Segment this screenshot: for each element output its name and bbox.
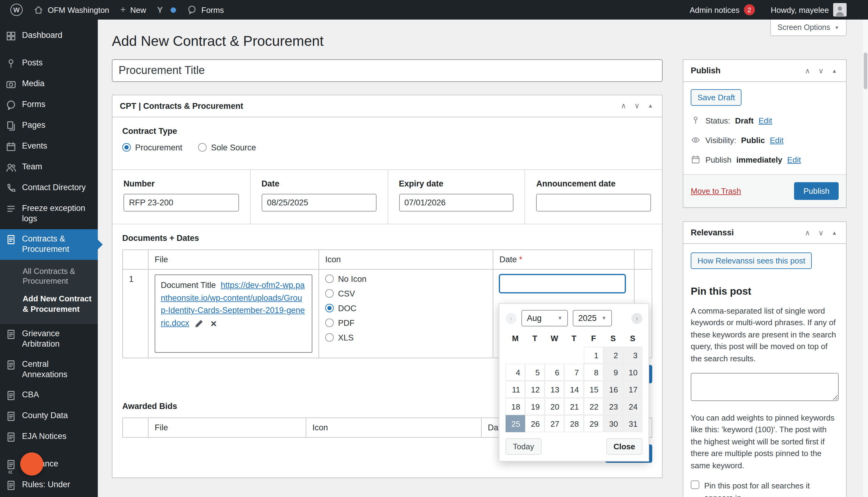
move-down-button[interactable]: ∨ xyxy=(630,99,644,113)
datepicker-day[interactable]: 1 xyxy=(584,346,603,364)
relevanssi-header[interactable]: Relevanssi ∧ ∨ ▲ xyxy=(683,222,846,244)
edit-visibility-link[interactable]: Edit xyxy=(770,136,784,145)
datepicker-day[interactable]: 30 xyxy=(603,415,623,432)
radio-doc[interactable]: DOC xyxy=(325,303,487,313)
checkbox-icon[interactable] xyxy=(691,481,699,489)
toggle-panel-button[interactable]: ▲ xyxy=(828,64,841,77)
datepicker-day[interactable]: 8 xyxy=(584,364,603,381)
collapse-menu-icon[interactable]: « xyxy=(8,466,13,476)
menu-item-cba[interactable]: CBA xyxy=(0,385,98,406)
radio-procurement[interactable]: Procurement xyxy=(122,143,183,152)
datepicker-day[interactable]: 23 xyxy=(603,398,623,415)
site-name-link[interactable]: OFM Washington xyxy=(28,0,115,19)
date-input[interactable] xyxy=(261,194,376,211)
datepicker-day[interactable]: 3 xyxy=(623,346,642,364)
datepicker-day[interactable]: 14 xyxy=(564,381,584,398)
move-up-button[interactable]: ∧ xyxy=(801,64,814,77)
datepicker-day[interactable]: 18 xyxy=(506,398,525,415)
datepicker-day-selected[interactable]: 25 xyxy=(506,415,525,432)
menu-item-county-data[interactable]: County Data xyxy=(0,406,98,426)
previous-month-button[interactable]: ‹ xyxy=(506,313,516,324)
month-select[interactable]: Aug▼ xyxy=(522,310,568,326)
save-draft-button[interactable]: Save Draft xyxy=(691,89,742,106)
year-select[interactable]: 2025▼ xyxy=(573,310,612,326)
datepicker-day[interactable]: 24 xyxy=(623,398,642,415)
expiry-date-input[interactable] xyxy=(399,194,514,211)
menu-item-contracts-procurement[interactable]: Contracts & Procurement xyxy=(0,229,98,260)
move-down-button[interactable]: ∨ xyxy=(814,64,828,77)
forms-menu[interactable]: Forms xyxy=(182,0,229,19)
datepicker-day[interactable]: 17 xyxy=(623,381,642,398)
menu-item-events[interactable]: Events xyxy=(0,136,98,157)
menu-item-contact-directory[interactable]: Contact Directory xyxy=(0,178,98,199)
datepicker-day[interactable]: 2 xyxy=(603,346,623,364)
pin-all-searches-option[interactable]: Pin this post for all searches it appear… xyxy=(691,480,839,497)
menu-item-dashboard[interactable]: Dashboard xyxy=(0,26,98,46)
menu-item-eja-notices[interactable]: EJA Notices xyxy=(0,426,98,447)
remove-document-icon[interactable]: × xyxy=(211,319,217,329)
publish-header[interactable]: Publish ∧ ∨ ▲ xyxy=(683,60,846,82)
menu-item-rules[interactable]: Rules: Under xyxy=(0,475,98,496)
datepicker-day[interactable]: 19 xyxy=(525,398,545,415)
menu-item-grievance-arbitration[interactable]: Grievance Arbitration xyxy=(0,324,98,355)
yoast-menu[interactable]: Y xyxy=(152,0,182,19)
datepicker-day[interactable]: 27 xyxy=(545,415,564,432)
menu-item-freeze-exception-logs[interactable]: Freeze exception logs xyxy=(0,199,98,229)
menu-item-media[interactable]: Media xyxy=(0,74,98,95)
menu-item-team[interactable]: Team xyxy=(0,157,98,178)
cpt-metabox-header[interactable]: CPT | Contracts & Procurement ∧ ∨ ▲ xyxy=(113,95,662,117)
datepicker-day[interactable]: 15 xyxy=(584,381,603,398)
datepicker-day[interactable]: 7 xyxy=(564,364,584,381)
close-button[interactable]: Close xyxy=(606,438,642,455)
announcement-date-input[interactable] xyxy=(536,194,651,211)
toggle-panel-button[interactable]: ▲ xyxy=(828,226,841,239)
move-up-button[interactable]: ∧ xyxy=(801,226,814,239)
datepicker-day[interactable]: 21 xyxy=(564,398,584,415)
account-menu[interactable]: Howdy, mayelee xyxy=(765,0,852,19)
edit-status-link[interactable]: Edit xyxy=(758,116,772,125)
submenu-add-new-contract[interactable]: Add New Contract & Procurement xyxy=(0,291,98,319)
toggle-panel-button[interactable]: ▲ xyxy=(644,99,657,113)
datepicker-day[interactable]: 11 xyxy=(506,381,525,398)
datepicker-day[interactable]: 12 xyxy=(525,381,545,398)
radio-xls[interactable]: XLS xyxy=(325,333,487,342)
screen-options-button[interactable]: Screen Options ▼ xyxy=(770,19,846,36)
today-button[interactable]: Today xyxy=(506,438,541,455)
scrollbar-thumb[interactable] xyxy=(864,53,867,89)
move-down-button[interactable]: ∨ xyxy=(814,226,828,239)
radio-pdf[interactable]: PDF xyxy=(325,318,487,327)
number-input[interactable] xyxy=(124,194,239,211)
document-date-input[interactable] xyxy=(499,274,625,293)
menu-item-central-annexations[interactable]: Central Annexations xyxy=(0,355,98,385)
datepicker-day[interactable]: 29 xyxy=(584,415,603,432)
how-relevanssi-sees-button[interactable]: How Relevanssi sees this post xyxy=(691,253,812,269)
floating-notification-button[interactable] xyxy=(20,452,43,475)
menu-item-insurance[interactable]: Insurance xyxy=(0,454,98,475)
radio-csv[interactable]: CSV xyxy=(325,289,487,298)
datepicker-day[interactable]: 16 xyxy=(603,381,623,398)
datepicker-day[interactable]: 5 xyxy=(525,364,545,381)
radio-sole-source[interactable]: Sole Source xyxy=(198,143,256,152)
menu-item-posts[interactable]: Posts xyxy=(0,53,98,74)
menu-item-pages[interactable]: Pages xyxy=(0,115,98,136)
datepicker-day[interactable]: 20 xyxy=(545,398,564,415)
datepicker-day[interactable]: 26 xyxy=(525,415,545,432)
submenu-all-contracts[interactable]: All Contracts & Procurement xyxy=(0,262,98,291)
pinned-keywords-textarea[interactable] xyxy=(691,373,839,401)
move-to-trash-link[interactable]: Move to Trash xyxy=(691,186,741,196)
datepicker-day[interactable]: 13 xyxy=(545,381,564,398)
datepicker-day[interactable]: 6 xyxy=(545,364,564,381)
datepicker-day[interactable]: 10 xyxy=(623,364,642,381)
edit-schedule-link[interactable]: Edit xyxy=(787,155,801,164)
datepicker-day[interactable]: 4 xyxy=(506,364,525,381)
admin-notices-link[interactable]: Admin notices 2 xyxy=(684,0,760,19)
menu-item-forms[interactable]: Forms xyxy=(0,95,98,115)
post-title-input[interactable] xyxy=(112,59,663,82)
datepicker-day[interactable]: 31 xyxy=(623,415,642,432)
datepicker-day[interactable]: 9 xyxy=(603,364,623,381)
datepicker-day[interactable]: 28 xyxy=(564,415,584,432)
wordpress-menu[interactable]: W xyxy=(5,0,28,19)
radio-no-icon[interactable]: No Icon xyxy=(325,274,487,283)
datepicker-day[interactable]: 22 xyxy=(584,398,603,415)
new-content-button[interactable]: + New xyxy=(115,0,152,19)
